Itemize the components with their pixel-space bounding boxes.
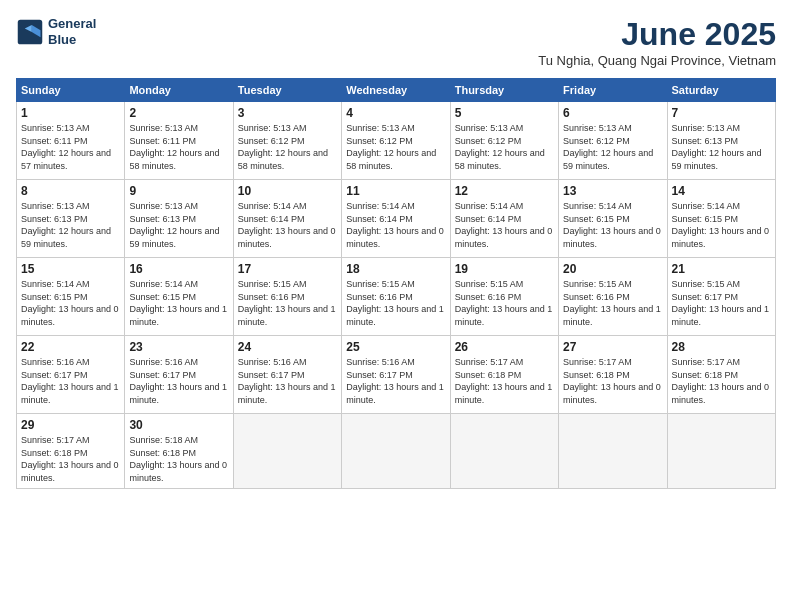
sunrise-label: Sunrise: 5:13 AM <box>455 123 524 133</box>
day-info: Sunrise: 5:14 AM Sunset: 6:15 PM Dayligh… <box>129 278 228 328</box>
day-info: Sunrise: 5:13 AM Sunset: 6:11 PM Dayligh… <box>21 122 120 172</box>
sunset-label: Sunset: 6:15 PM <box>563 214 630 224</box>
day-info: Sunrise: 5:15 AM Sunset: 6:16 PM Dayligh… <box>238 278 337 328</box>
sunrise-label: Sunrise: 5:13 AM <box>238 123 307 133</box>
sunrise-label: Sunrise: 5:16 AM <box>129 357 198 367</box>
daylight-label: Daylight: 13 hours and 0 minutes. <box>672 226 770 249</box>
day-number: 12 <box>455 184 554 198</box>
day-number: 28 <box>672 340 771 354</box>
table-row: 13 Sunrise: 5:14 AM Sunset: 6:15 PM Dayl… <box>559 180 667 258</box>
day-info: Sunrise: 5:13 AM Sunset: 6:13 PM Dayligh… <box>21 200 120 250</box>
table-row: 5 Sunrise: 5:13 AM Sunset: 6:12 PM Dayli… <box>450 102 558 180</box>
calendar-week-3: 15 Sunrise: 5:14 AM Sunset: 6:15 PM Dayl… <box>17 258 776 336</box>
day-number: 8 <box>21 184 120 198</box>
sunset-label: Sunset: 6:15 PM <box>672 214 739 224</box>
table-row: 11 Sunrise: 5:14 AM Sunset: 6:14 PM Dayl… <box>342 180 450 258</box>
table-row: 15 Sunrise: 5:14 AM Sunset: 6:15 PM Dayl… <box>17 258 125 336</box>
day-info: Sunrise: 5:14 AM Sunset: 6:14 PM Dayligh… <box>455 200 554 250</box>
day-number: 10 <box>238 184 337 198</box>
sunrise-label: Sunrise: 5:17 AM <box>21 435 90 445</box>
day-number: 5 <box>455 106 554 120</box>
daylight-label: Daylight: 12 hours and 58 minutes. <box>238 148 328 171</box>
day-info: Sunrise: 5:14 AM Sunset: 6:14 PM Dayligh… <box>346 200 445 250</box>
table-row: 22 Sunrise: 5:16 AM Sunset: 6:17 PM Dayl… <box>17 336 125 414</box>
day-info: Sunrise: 5:13 AM Sunset: 6:13 PM Dayligh… <box>129 200 228 250</box>
sunrise-label: Sunrise: 5:15 AM <box>455 279 524 289</box>
day-number: 15 <box>21 262 120 276</box>
day-number: 20 <box>563 262 662 276</box>
sunrise-label: Sunrise: 5:13 AM <box>563 123 632 133</box>
sunset-label: Sunset: 6:18 PM <box>129 448 196 458</box>
daylight-label: Daylight: 13 hours and 1 minute. <box>346 382 444 405</box>
sunset-label: Sunset: 6:18 PM <box>672 370 739 380</box>
sunrise-label: Sunrise: 5:14 AM <box>238 201 307 211</box>
day-number: 23 <box>129 340 228 354</box>
sunset-label: Sunset: 6:15 PM <box>129 292 196 302</box>
sunset-label: Sunset: 6:16 PM <box>455 292 522 302</box>
day-number: 14 <box>672 184 771 198</box>
header: General Blue June 2025 Tu Nghia, Quang N… <box>16 16 776 68</box>
col-monday: Monday <box>125 79 233 102</box>
table-row: 14 Sunrise: 5:14 AM Sunset: 6:15 PM Dayl… <box>667 180 775 258</box>
sunrise-label: Sunrise: 5:14 AM <box>672 201 741 211</box>
sunset-label: Sunset: 6:16 PM <box>346 292 413 302</box>
sunrise-label: Sunrise: 5:14 AM <box>563 201 632 211</box>
sunset-label: Sunset: 6:16 PM <box>563 292 630 302</box>
day-number: 16 <box>129 262 228 276</box>
table-row: 7 Sunrise: 5:13 AM Sunset: 6:13 PM Dayli… <box>667 102 775 180</box>
col-friday: Friday <box>559 79 667 102</box>
sunrise-label: Sunrise: 5:13 AM <box>129 201 198 211</box>
day-info: Sunrise: 5:16 AM Sunset: 6:17 PM Dayligh… <box>129 356 228 406</box>
day-number: 27 <box>563 340 662 354</box>
table-row: 25 Sunrise: 5:16 AM Sunset: 6:17 PM Dayl… <box>342 336 450 414</box>
sunrise-label: Sunrise: 5:14 AM <box>346 201 415 211</box>
daylight-label: Daylight: 13 hours and 0 minutes. <box>563 382 661 405</box>
day-info: Sunrise: 5:17 AM Sunset: 6:18 PM Dayligh… <box>563 356 662 406</box>
table-row: 12 Sunrise: 5:14 AM Sunset: 6:14 PM Dayl… <box>450 180 558 258</box>
table-row: 24 Sunrise: 5:16 AM Sunset: 6:17 PM Dayl… <box>233 336 341 414</box>
sunset-label: Sunset: 6:18 PM <box>455 370 522 380</box>
day-info: Sunrise: 5:16 AM Sunset: 6:17 PM Dayligh… <box>21 356 120 406</box>
logo-text: General Blue <box>48 16 96 47</box>
table-row: 18 Sunrise: 5:15 AM Sunset: 6:16 PM Dayl… <box>342 258 450 336</box>
table-row: 9 Sunrise: 5:13 AM Sunset: 6:13 PM Dayli… <box>125 180 233 258</box>
day-number: 13 <box>563 184 662 198</box>
sunrise-label: Sunrise: 5:14 AM <box>21 279 90 289</box>
daylight-label: Daylight: 13 hours and 1 minute. <box>129 304 227 327</box>
day-number: 2 <box>129 106 228 120</box>
sunrise-label: Sunrise: 5:17 AM <box>455 357 524 367</box>
day-info: Sunrise: 5:14 AM Sunset: 6:15 PM Dayligh… <box>672 200 771 250</box>
logo-icon <box>16 18 44 46</box>
table-row: 8 Sunrise: 5:13 AM Sunset: 6:13 PM Dayli… <box>17 180 125 258</box>
table-row: 19 Sunrise: 5:15 AM Sunset: 6:16 PM Dayl… <box>450 258 558 336</box>
day-number: 21 <box>672 262 771 276</box>
table-row: 17 Sunrise: 5:15 AM Sunset: 6:16 PM Dayl… <box>233 258 341 336</box>
day-info: Sunrise: 5:17 AM Sunset: 6:18 PM Dayligh… <box>455 356 554 406</box>
day-number: 30 <box>129 418 228 432</box>
sunset-label: Sunset: 6:18 PM <box>563 370 630 380</box>
sunset-label: Sunset: 6:18 PM <box>21 448 88 458</box>
day-info: Sunrise: 5:13 AM Sunset: 6:11 PM Dayligh… <box>129 122 228 172</box>
day-info: Sunrise: 5:15 AM Sunset: 6:16 PM Dayligh… <box>455 278 554 328</box>
table-row: 21 Sunrise: 5:15 AM Sunset: 6:17 PM Dayl… <box>667 258 775 336</box>
daylight-label: Daylight: 12 hours and 59 minutes. <box>21 226 111 249</box>
sunrise-label: Sunrise: 5:13 AM <box>129 123 198 133</box>
day-info: Sunrise: 5:13 AM Sunset: 6:12 PM Dayligh… <box>346 122 445 172</box>
sunset-label: Sunset: 6:15 PM <box>21 292 88 302</box>
sunset-label: Sunset: 6:11 PM <box>129 136 196 146</box>
table-row: 23 Sunrise: 5:16 AM Sunset: 6:17 PM Dayl… <box>125 336 233 414</box>
table-row: 10 Sunrise: 5:14 AM Sunset: 6:14 PM Dayl… <box>233 180 341 258</box>
day-number: 29 <box>21 418 120 432</box>
sunrise-label: Sunrise: 5:16 AM <box>21 357 90 367</box>
calendar-table: Sunday Monday Tuesday Wednesday Thursday… <box>16 78 776 489</box>
sunset-label: Sunset: 6:17 PM <box>672 292 739 302</box>
sunrise-label: Sunrise: 5:15 AM <box>346 279 415 289</box>
daylight-label: Daylight: 13 hours and 1 minute. <box>455 304 553 327</box>
sunrise-label: Sunrise: 5:15 AM <box>672 279 741 289</box>
table-row <box>667 414 775 489</box>
daylight-label: Daylight: 13 hours and 0 minutes. <box>455 226 553 249</box>
sunrise-label: Sunrise: 5:16 AM <box>238 357 307 367</box>
daylight-label: Daylight: 13 hours and 0 minutes. <box>238 226 336 249</box>
daylight-label: Daylight: 12 hours and 59 minutes. <box>563 148 653 171</box>
sunset-label: Sunset: 6:12 PM <box>346 136 413 146</box>
